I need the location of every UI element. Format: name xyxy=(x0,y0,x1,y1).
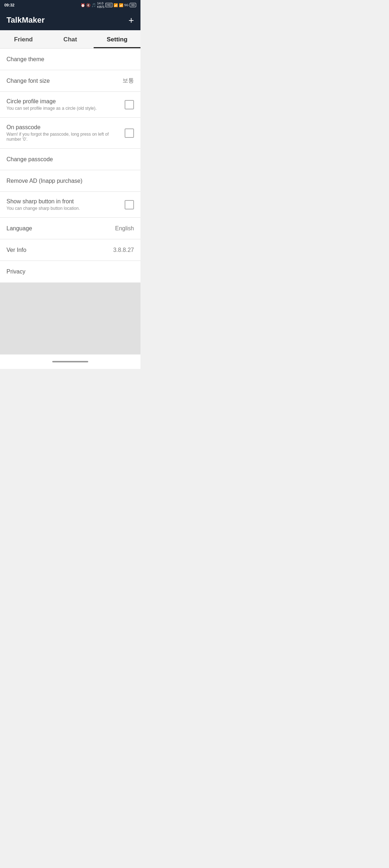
bluetooth-icon: 🎵 xyxy=(91,3,96,7)
setting-value-language: English xyxy=(115,225,134,232)
mute-icon: 🔇 xyxy=(86,3,90,7)
battery-icon: 99 xyxy=(130,3,136,7)
setting-item-on-passcode[interactable]: On passcode Warn! if you forgot the pass… xyxy=(0,118,140,149)
tab-chat[interactable]: Chat xyxy=(47,30,94,48)
setting-item-ver-info[interactable]: Ver Info 3.8.8.27 xyxy=(0,239,140,261)
wifi-icon: 📶 xyxy=(113,3,118,7)
app-title: TalkMaker xyxy=(6,15,45,25)
setting-item-change-font-size[interactable]: Change font size 보통 xyxy=(0,70,140,92)
bottom-nav-bar xyxy=(0,354,140,369)
gray-bottom-area xyxy=(0,282,140,354)
add-button[interactable]: + xyxy=(129,15,134,25)
setting-value-ver-info: 3.8.8.27 xyxy=(113,247,134,253)
setting-subtitle-on-passcode: Warn! if you forgot the passcode, long p… xyxy=(6,132,121,142)
setting-item-circle-profile-image[interactable]: Circle profile image You can set profile… xyxy=(0,92,140,118)
settings-list: Change theme Change font size 보통 Circle … xyxy=(0,49,140,282)
setting-title-change-theme: Change theme xyxy=(6,56,44,63)
setting-title-language: Language xyxy=(6,225,32,232)
setting-title-change-font-size: Change font size xyxy=(6,78,50,84)
setting-title-show-sharp-button: Show sharp button in front xyxy=(6,198,121,205)
home-indicator xyxy=(52,361,88,362)
alarm-icon: ⏰ xyxy=(81,3,85,7)
setting-item-show-sharp-button[interactable]: Show sharp button in front You can chang… xyxy=(0,192,140,218)
setting-title-privacy: Privacy xyxy=(6,268,25,275)
speed-indicator: 14.0KB/S xyxy=(97,1,104,9)
tab-setting[interactable]: Setting xyxy=(94,30,140,48)
status-time: 09:32 xyxy=(4,3,14,7)
setting-item-remove-ad[interactable]: Remove AD (Inapp purchase) xyxy=(0,170,140,192)
setting-title-on-passcode: On passcode xyxy=(6,124,121,131)
status-icons: ⏰ 🔇 🎵 14.0KB/S HD 📶 📶 5G 99 xyxy=(81,1,136,9)
setting-title-ver-info: Ver Info xyxy=(6,247,26,253)
setting-title-change-passcode: Change passcode xyxy=(6,156,53,163)
setting-item-change-passcode[interactable]: Change passcode xyxy=(0,149,140,170)
setting-checkbox-show-sharp-button[interactable] xyxy=(125,200,134,209)
status-bar: 09:32 ⏰ 🔇 🎵 14.0KB/S HD 📶 📶 5G 99 xyxy=(0,0,140,10)
setting-checkbox-circle-profile-image[interactable] xyxy=(125,100,134,109)
tab-bar: Friend Chat Setting xyxy=(0,30,140,49)
setting-title-circle-profile-image: Circle profile image xyxy=(6,98,97,105)
tab-friend[interactable]: Friend xyxy=(0,30,47,48)
signal-icon: 📶 xyxy=(119,3,123,7)
setting-title-remove-ad: Remove AD (Inapp purchase) xyxy=(6,178,82,184)
setting-value-change-font-size: 보통 xyxy=(122,77,134,85)
app-header: TalkMaker + xyxy=(0,10,140,30)
hd-icon: HD xyxy=(106,3,112,7)
setting-subtitle-show-sharp-button: You can change sharp button location. xyxy=(6,206,121,211)
5g-icon: 5G xyxy=(124,3,129,7)
setting-item-privacy[interactable]: Privacy xyxy=(0,261,140,282)
setting-subtitle-circle-profile-image: You can set profile image as a circle (o… xyxy=(6,106,97,111)
setting-item-language[interactable]: Language English xyxy=(0,218,140,239)
setting-item-change-theme[interactable]: Change theme xyxy=(0,49,140,70)
setting-checkbox-on-passcode[interactable] xyxy=(125,128,134,138)
